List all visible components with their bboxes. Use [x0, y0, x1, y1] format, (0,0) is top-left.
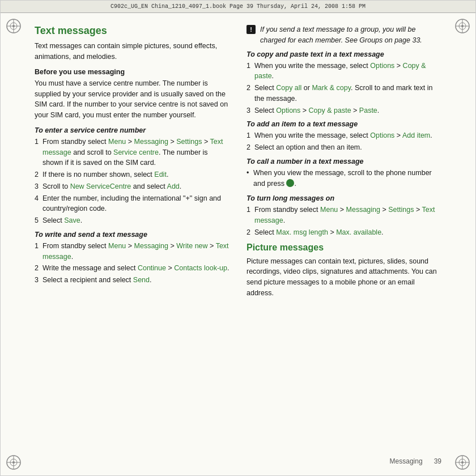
picture-messages-heading: Picture messages [246, 243, 441, 253]
footer-label: Messaging [390, 457, 423, 465]
copy-paste-steps: 1When you write the message, select Opti… [246, 61, 441, 116]
left-column: Text messages Text messages can contain … [35, 24, 230, 436]
list-item: 1From standby select Menu > Messaging > … [35, 241, 230, 262]
list-item: 3Select a recipient and select Send. [35, 275, 230, 286]
add-item-heading: To add an item to a text message [246, 120, 441, 128]
list-item: 1When you write the message, select Opti… [246, 130, 441, 141]
list-item: 2If there is no number shown, select Edi… [35, 169, 230, 180]
corner-decoration-bl [5, 454, 22, 471]
svg-point-14 [12, 461, 15, 464]
before-text: You must have a service centre number. T… [35, 78, 230, 121]
warning-text: If you send a text message to a group, y… [260, 24, 441, 46]
corner-decoration-br [454, 454, 471, 471]
enter-service-steps: 1From standby select Menu > Messaging > … [35, 137, 230, 226]
svg-point-19 [461, 461, 464, 464]
warning-icon: ! [246, 25, 256, 34]
write-steps: 1From standby select Menu > Messaging > … [35, 241, 230, 286]
turn-long-steps: 1From standby select Menu > Messaging > … [246, 205, 441, 237]
list-item: 4Enter the number, including the interna… [35, 193, 230, 215]
list-item: 5Select Save. [35, 215, 230, 226]
call-number-heading: To call a number in a text message [246, 158, 441, 165]
svg-point-4 [12, 25, 15, 27]
page-wrapper: C902c_UG_EN China_1210_4097_1.book Page … [0, 0, 476, 476]
list-item: 2Select Max. msg length > Max. available… [246, 227, 441, 238]
list-item: 1From standby select Menu > Messaging > … [35, 137, 230, 168]
text-messages-heading: Text messages [35, 24, 230, 37]
list-item: 2Write the message and select Continue >… [35, 263, 230, 274]
list-item: 1From standby select Menu > Messaging > … [246, 205, 441, 226]
picture-text: Picture messages can contain text, pictu… [246, 256, 441, 299]
footer-page-num: 39 [434, 457, 441, 465]
add-item-steps: 1When you write the message, select Opti… [246, 130, 441, 153]
header-text: C902c_UG_EN China_1210_4097_1.book Page … [7, 3, 469, 10]
list-item: 2Select Copy all or Mark & copy. Scroll … [246, 83, 441, 104]
list-item: 1When you write the message, select Opti… [246, 61, 441, 82]
list-item: 3Select Options > Copy & paste > Paste. [246, 105, 441, 116]
header-bar: C902c_UG_EN China_1210_4097_1.book Page … [1, 1, 475, 13]
call-number-bullet: • When you view the message, scroll to t… [246, 168, 441, 189]
svg-point-9 [461, 25, 464, 27]
before-heading: Before you use messaging [35, 68, 230, 76]
corner-decoration-tr [454, 18, 471, 35]
write-heading: To write and send a text message [35, 231, 230, 239]
list-item: 3Scroll to New ServiceCentre and select … [35, 181, 230, 192]
footer-right: Messaging 39 [390, 457, 441, 465]
turn-long-heading: To turn long messages on [246, 194, 441, 202]
copy-paste-heading: To copy and paste text in a text message [246, 50, 441, 58]
right-column: ! If you send a text message to a group,… [246, 24, 441, 436]
warning-block: ! If you send a text message to a group,… [246, 24, 441, 46]
list-item: 2Select an option and then an item. [246, 142, 441, 153]
content-area: Text messages Text messages can contain … [29, 13, 447, 447]
enter-service-heading: To enter a service centre number [35, 126, 230, 134]
corner-decoration-tl [5, 18, 22, 35]
intro-text: Text messages can contain simple picture… [35, 41, 230, 62]
